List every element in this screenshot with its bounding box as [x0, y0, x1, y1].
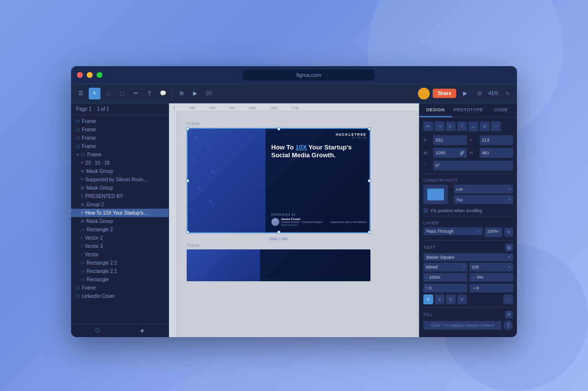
h-input[interactable]: 481	[480, 148, 514, 158]
move-tool[interactable]: ↖	[89, 88, 100, 99]
letter-spacing-input[interactable]: ↔ 0%	[469, 273, 514, 282]
text-expand-btn[interactable]: ⊞	[505, 244, 513, 251]
minimize-dot[interactable]	[87, 72, 93, 78]
blend-mode-value: Pass Through	[426, 229, 454, 234]
layer-item-mask2[interactable]: ⊕ Mask Group	[71, 184, 169, 192]
chevron-down-icon: ▾	[509, 197, 511, 201]
vector-icon: ⌇	[81, 236, 83, 240]
component-tool[interactable]: ⊞	[175, 88, 187, 99]
text-more-btn[interactable]: ⋯	[503, 294, 513, 304]
font-size-value: 105	[472, 265, 479, 269]
align-right-btn[interactable]: ⊩	[446, 122, 456, 131]
share-button[interactable]: Share	[433, 89, 456, 98]
opacity-input[interactable]: 100%	[485, 227, 502, 237]
fullscreen-icon[interactable]: ⤡	[501, 88, 513, 99]
y-input[interactable]: 213	[480, 135, 514, 145]
layer-item-group2[interactable]: ⊕ Group 2	[71, 200, 169, 209]
url-bar[interactable]: figma.com	[243, 70, 375, 80]
blend-mode-select[interactable]: Pass Through ▾	[423, 227, 483, 235]
align-center-h-btn[interactable]: ⊣	[435, 122, 444, 131]
dev-tool[interactable]: ⟨/⟩	[203, 88, 215, 99]
align-center-text-btn[interactable]: ≡	[435, 294, 444, 304]
text-tool[interactable]: T	[144, 88, 155, 99]
distribute-btn[interactable]: ⋯	[491, 122, 501, 131]
align-top-btn[interactable]: ⊤	[457, 122, 467, 131]
add-fill-btn[interactable]: +	[505, 311, 513, 318]
fix-scroll-checkbox[interactable]	[423, 208, 428, 213]
tab-code[interactable]: CODE	[485, 103, 517, 117]
layer-title: LAYER	[423, 220, 513, 225]
visibility-icon[interactable]: 👁	[504, 228, 513, 237]
layer-item-headline[interactable]: T How To 10X Your Startup's So...	[71, 209, 169, 217]
comment-tool[interactable]: 💬	[157, 88, 169, 99]
font-size-input[interactable]: 105 ▾	[469, 263, 514, 271]
pen-tool[interactable]: ✏	[130, 88, 142, 99]
layer-mode-row: Pass Through ▾ 100% 👁	[423, 227, 513, 237]
layer-item-frame-expanded[interactable]: ▼ ▢ Frame	[71, 150, 169, 159]
present-icon[interactable]: ▶	[459, 88, 471, 99]
layer-item[interactable]: ▢ Frame	[71, 142, 169, 150]
layer-item-rect[interactable]: ▭ Rectangle	[71, 275, 169, 284]
close-dot[interactable]	[77, 72, 83, 78]
design-frame-2[interactable]	[187, 249, 370, 281]
layer-item-date[interactable]: T 23 · 10 · 18	[71, 159, 169, 167]
para-spacing-input[interactable]: ¶ 0	[423, 284, 467, 293]
menu-icon[interactable]: ☰	[75, 88, 87, 99]
layer-item[interactable]: ▢ Frame	[71, 117, 169, 125]
align-right-text-btn[interactable]: ≡	[446, 294, 456, 304]
layer-item-vec3[interactable]: ⌇ Vector 3	[71, 242, 169, 250]
zoom-icon[interactable]: ⊙	[474, 88, 486, 99]
layer-item-rect2[interactable]: ▭ Rectangle 2	[71, 225, 169, 234]
region-tool[interactable]: ⬚	[116, 88, 128, 99]
maximize-dot[interactable]	[97, 72, 102, 78]
constraint-h-select[interactable]: Left ▾	[454, 185, 513, 194]
line-height-input[interactable]: ↕ 100%	[423, 273, 467, 282]
font-family-row[interactable]: Basier Square ▾	[423, 253, 513, 261]
horizontal-ruler: 4 FRI FRI FRI 1000 1200 1730	[169, 103, 419, 111]
constraints-row: Left ▾ Top ▾	[423, 185, 513, 205]
components-panel-btn[interactable]: ⬡	[92, 325, 103, 337]
frame-icon: ▢	[76, 286, 80, 290]
para-indent-input[interactable]: ⇥ 0	[469, 284, 514, 293]
assets-panel-btn[interactable]: ◈	[136, 325, 148, 337]
align-bottom-btn[interactable]: ≡	[480, 122, 490, 131]
align-left-text-btn[interactable]: ≡	[423, 294, 433, 304]
info-icon[interactable]: ?	[503, 320, 513, 330]
layer-item[interactable]: ▢ Frame	[71, 134, 169, 142]
constraint-v-select[interactable]: Top ▾	[454, 195, 513, 204]
layer-item[interactable]: ▢ Frame	[71, 125, 169, 134]
align-center-v-btn[interactable]: ⊥	[468, 122, 478, 131]
design-panel: DESIGN PROTOTYPE CODE ⊢ ⊣ ⊩ ⊤ ⊥ ≡ ⋯	[419, 103, 517, 337]
layer-item-linkedin[interactable]: ▢ LinkedIn Cover	[71, 292, 169, 300]
x-input[interactable]: 532	[433, 135, 467, 145]
prototype-tool[interactable]: ▶	[189, 88, 201, 99]
design-frame-1[interactable]: ↑ ↑ ↑ ↑ ↑ ↑ ↑ HUCK	[187, 128, 370, 233]
layer-item-mask3[interactable]: ⊕ Mask Group	[71, 217, 169, 225]
rotation-input[interactable]: 0°	[433, 161, 513, 171]
frame-tool[interactable]: □	[102, 88, 114, 99]
layer-item-frame2[interactable]: ▢ Frame	[71, 284, 169, 292]
tab-prototype[interactable]: PROTOTYPE	[452, 103, 485, 117]
layer-item-rect21[interactable]: ▭ Rectangle 2.1	[71, 267, 169, 275]
tab-design[interactable]: DESIGN	[419, 103, 452, 117]
text-title: TEXT	[423, 245, 436, 250]
headline-pre: How To	[271, 144, 296, 151]
canvas-scroll-area[interactable]: Frame	[179, 113, 419, 337]
layers-list: ▢ Frame ▢ Frame ▢ Frame ▢ Frame ▼ ▢	[71, 115, 169, 323]
align-justify-btn[interactable]: ≡	[457, 294, 467, 304]
layer-item-rect22[interactable]: ▭ Rectangle 2.2	[71, 259, 169, 267]
layer-item-supported[interactable]: T Supported by Silicon Roundab...	[71, 175, 169, 184]
font-style-select[interactable]: Mixed ▾	[423, 263, 467, 271]
layer-item-vec[interactable]: ⌇ Vector	[71, 250, 169, 259]
w-input[interactable]: 1050 🔗	[433, 148, 467, 158]
layer-item-mask[interactable]: ⊕ Mask Group	[71, 167, 169, 175]
canvas-area[interactable]: 4 FRI FRI FRI 1000 1200 1730 Frame	[169, 103, 419, 337]
align-left-btn[interactable]: ⊢	[423, 122, 433, 131]
layer-item-presented[interactable]: T PRESENTED BY	[71, 192, 169, 200]
layer-item-vec2[interactable]: ⌇ Vector 2	[71, 234, 169, 242]
h-label: H	[470, 150, 477, 155]
frame2-left	[187, 249, 260, 281]
text-section: TEXT ⊞ Basier Square ▾ Mixed ▾	[423, 244, 513, 304]
vector-icon: ⌇	[81, 252, 83, 257]
user-avatar[interactable]	[418, 88, 430, 99]
